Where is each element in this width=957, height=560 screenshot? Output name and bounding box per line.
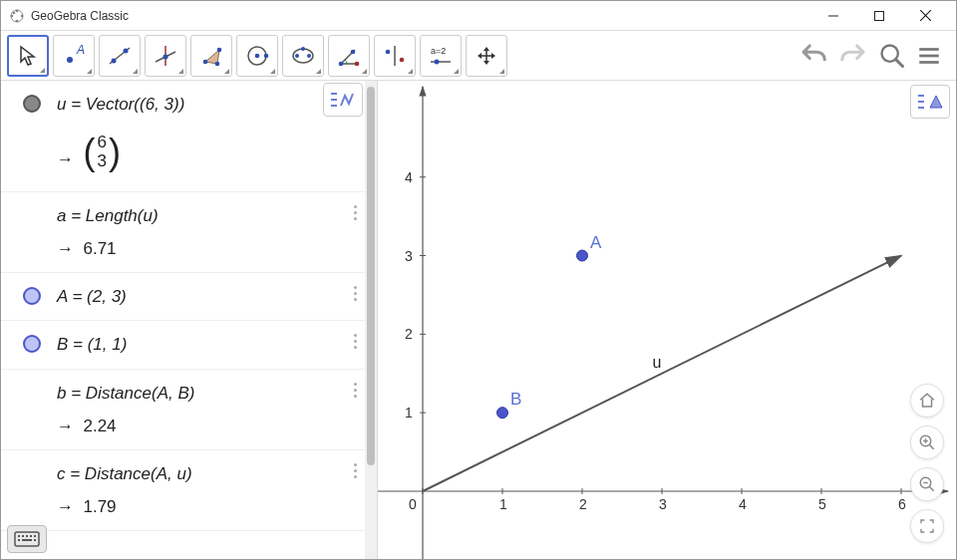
- svg-text:a=2: a=2: [431, 46, 446, 56]
- redo-button[interactable]: [838, 41, 868, 71]
- svg-text:u: u: [652, 354, 661, 371]
- algebra-style-toggle[interactable]: [323, 83, 363, 117]
- tool-polygon[interactable]: [190, 35, 232, 77]
- svg-rect-92: [26, 535, 28, 537]
- tool-slider[interactable]: a=2: [420, 35, 462, 77]
- search-icon[interactable]: [878, 42, 906, 70]
- svg-text:3: 3: [659, 496, 667, 512]
- maximize-button[interactable]: [856, 1, 902, 31]
- svg-point-4: [16, 19, 19, 22]
- visibility-toggle-icon[interactable]: [23, 287, 41, 305]
- svg-text:0: 0: [409, 496, 417, 512]
- svg-point-34: [400, 57, 405, 62]
- zoom-in-button[interactable]: [910, 425, 944, 459]
- fullscreen-button[interactable]: [910, 509, 944, 543]
- svg-rect-96: [22, 539, 32, 541]
- algebra-row[interactable]: A = (2, 3): [1, 273, 377, 321]
- algebra-row[interactable]: B = (1, 1): [1, 321, 377, 369]
- tool-circle[interactable]: [236, 35, 278, 77]
- svg-point-33: [386, 49, 391, 54]
- tool-ellipse[interactable]: [282, 35, 324, 77]
- algebra-row[interactable]: u = Vector((6, 3)) → (63): [1, 81, 377, 192]
- main-area: u = Vector((6, 3)) → (63) a = Length(u) …: [1, 81, 956, 559]
- tool-angle[interactable]: [328, 35, 370, 77]
- svg-point-2: [21, 14, 24, 17]
- tool-line[interactable]: [99, 35, 141, 77]
- close-button[interactable]: [902, 1, 948, 31]
- plot-canvas[interactable]: 01234561234uAB: [378, 81, 956, 560]
- toolbar: A a=2: [1, 31, 956, 81]
- algebra-row[interactable]: b = Distance(A, B) → 2.24: [1, 370, 377, 450]
- svg-point-10: [67, 57, 73, 63]
- svg-text:4: 4: [405, 169, 413, 185]
- svg-line-87: [929, 486, 934, 491]
- svg-point-1: [11, 14, 14, 17]
- svg-line-41: [896, 59, 903, 66]
- graphics-view[interactable]: 01234561234uAB: [378, 81, 956, 559]
- algebra-def: a = Length(u): [57, 206, 159, 225]
- svg-point-19: [203, 59, 208, 64]
- svg-text:1: 1: [405, 405, 413, 420]
- svg-line-76: [423, 256, 901, 491]
- algebra-row[interactable]: a = Length(u) → 6.71: [1, 192, 377, 273]
- svg-rect-91: [22, 535, 24, 537]
- virtual-keyboard-button[interactable]: [7, 525, 47, 553]
- svg-point-23: [255, 53, 260, 58]
- svg-marker-51: [930, 96, 942, 108]
- svg-point-17: [163, 54, 168, 59]
- menu-icon[interactable]: [916, 43, 942, 69]
- svg-point-29: [339, 61, 344, 66]
- svg-rect-93: [30, 535, 32, 537]
- tool-move[interactable]: [7, 35, 49, 77]
- svg-point-80: [497, 408, 508, 419]
- algebra-def: A = (2, 3): [57, 287, 127, 306]
- home-button[interactable]: [910, 384, 944, 418]
- svg-point-5: [13, 11, 16, 14]
- undo-button[interactable]: [798, 41, 828, 71]
- algebra-def: u = Vector((6, 3)): [57, 95, 184, 114]
- svg-point-21: [217, 47, 222, 52]
- svg-text:A: A: [76, 43, 85, 57]
- svg-point-26: [295, 54, 299, 58]
- svg-rect-7: [875, 11, 884, 20]
- tool-point[interactable]: A: [53, 35, 95, 77]
- svg-text:6: 6: [898, 496, 906, 512]
- svg-rect-94: [34, 535, 36, 537]
- svg-point-14: [124, 48, 129, 53]
- title-bar: GeoGebra Classic: [1, 1, 956, 31]
- tool-perpendicular[interactable]: [145, 35, 186, 77]
- algebra-row[interactable]: c = Distance(A, u) → 1.79: [1, 450, 377, 531]
- minimize-button[interactable]: [810, 1, 856, 31]
- svg-text:5: 5: [818, 496, 826, 512]
- svg-text:A: A: [590, 233, 602, 252]
- svg-point-3: [16, 9, 19, 12]
- zoom-out-button[interactable]: [910, 467, 944, 501]
- svg-text:2: 2: [405, 326, 413, 342]
- svg-text:2: 2: [579, 496, 587, 512]
- visibility-toggle-icon[interactable]: [23, 95, 41, 113]
- svg-point-13: [112, 58, 117, 63]
- scrollbar[interactable]: [365, 81, 377, 559]
- svg-text:B: B: [510, 390, 521, 409]
- svg-point-37: [435, 59, 440, 64]
- algebra-view: u = Vector((6, 3)) → (63) a = Length(u) …: [1, 81, 378, 559]
- window-title: GeoGebra Classic: [31, 9, 810, 23]
- svg-point-30: [351, 49, 356, 54]
- algebra-def: b = Distance(A, B): [57, 384, 194, 403]
- svg-rect-90: [18, 535, 20, 537]
- tool-move-view[interactable]: [466, 35, 507, 77]
- visibility-toggle-icon[interactable]: [23, 335, 41, 353]
- svg-text:3: 3: [405, 248, 413, 264]
- svg-text:1: 1: [499, 496, 507, 512]
- algebra-def: B = (1, 1): [57, 335, 127, 354]
- svg-rect-97: [34, 539, 36, 541]
- svg-rect-95: [18, 539, 20, 541]
- svg-point-28: [301, 47, 305, 51]
- svg-point-78: [577, 250, 588, 261]
- tool-reflect[interactable]: [374, 35, 416, 77]
- svg-text:4: 4: [739, 496, 747, 512]
- scrollbar-thumb[interactable]: [367, 87, 375, 465]
- svg-point-31: [355, 61, 360, 66]
- graphics-style-toggle[interactable]: [910, 85, 950, 119]
- svg-point-24: [264, 53, 269, 58]
